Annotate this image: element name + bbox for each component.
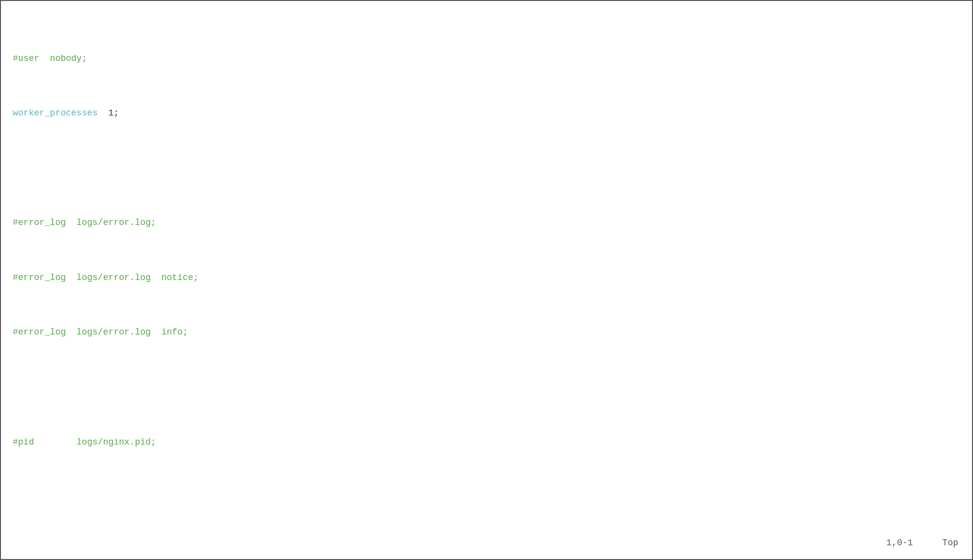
- line-1: #user nobody;: [13, 52, 960, 66]
- line-8: #pid logs/nginx.pid;: [13, 436, 960, 449]
- code-content: #user nobody; worker_processes 1; #error…: [13, 11, 960, 560]
- line-3: [13, 162, 960, 175]
- line-9: [13, 490, 960, 504]
- scroll-position: Top: [943, 536, 958, 550]
- line-7: [13, 381, 960, 394]
- status-bar: 1,0-1 Top: [887, 536, 958, 550]
- editor-window: #user nobody; worker_processes 1; #error…: [0, 0, 973, 560]
- line-2: worker_processes 1;: [13, 107, 960, 120]
- line-5: #error_log logs/error.log notice;: [13, 271, 960, 285]
- line-6: #error_log logs/error.log info;: [13, 326, 960, 339]
- cursor-position: 1,0-1: [887, 536, 913, 550]
- line-4: #error_log logs/error.log;: [13, 216, 960, 230]
- line-10: [13, 532, 960, 545]
